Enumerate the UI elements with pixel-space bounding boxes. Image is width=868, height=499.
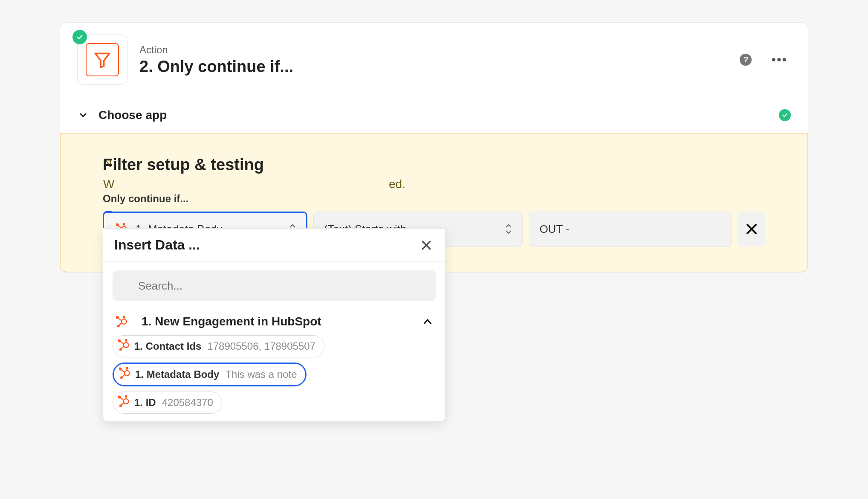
delete-condition-button[interactable]	[738, 212, 765, 247]
hubspot-icon	[114, 314, 130, 329]
step-label: Action	[139, 44, 293, 56]
dropdown-title: Insert Data ...	[114, 237, 200, 253]
svg-point-13	[118, 325, 119, 327]
pill-value: This was a note	[225, 368, 297, 380]
hubspot-icon	[118, 339, 130, 354]
data-pill[interactable]: 1. Contact Ids 178905506, 178905507	[113, 335, 324, 357]
svg-point-29	[119, 368, 122, 370]
svg-point-32	[125, 396, 127, 397]
svg-point-16	[124, 342, 129, 348]
svg-line-33	[121, 403, 124, 405]
content-area: N W ed. Filter setup & testing Only cont…	[60, 133, 808, 272]
chevron-down-icon	[77, 109, 89, 121]
svg-point-6	[116, 224, 119, 226]
more-icon[interactable]: •••	[771, 52, 787, 67]
svg-point-20	[120, 349, 122, 351]
pill-value: 420584370	[162, 397, 213, 409]
svg-line-26	[122, 374, 124, 377]
filter-value-input[interactable]: OUT -	[529, 212, 732, 247]
section-check-icon	[779, 109, 791, 121]
close-icon[interactable]	[419, 238, 434, 253]
insert-data-dropdown: Insert Data ...	[103, 228, 446, 422]
data-group-header[interactable]: 1. New Engagement in HubSpot	[103, 308, 445, 335]
svg-line-19	[121, 346, 124, 349]
hubspot-icon	[118, 395, 130, 410]
step-check-badge	[72, 30, 87, 44]
step-title: 2. Only continue if...	[139, 58, 293, 76]
svg-point-2	[123, 223, 125, 225]
section-title: Choose app	[98, 108, 167, 122]
action-card: Action 2. Only continue if... ? ••• Choo…	[60, 22, 808, 273]
help-icon[interactable]: ?	[740, 54, 752, 66]
svg-point-18	[125, 339, 127, 341]
search-input[interactable]	[113, 270, 436, 301]
filter-icon	[86, 43, 119, 76]
sort-icon	[505, 224, 512, 234]
data-pills: 1. Contact Ids 178905506, 178905507 1. M…	[103, 335, 445, 414]
svg-point-34	[120, 405, 122, 407]
svg-point-30	[124, 399, 129, 404]
svg-point-27	[121, 377, 122, 379]
condition-label: Only continue if...	[103, 193, 765, 205]
svg-point-9	[122, 319, 127, 324]
data-pill[interactable]: 1. ID 420584370	[113, 392, 222, 414]
card-header: Action 2. Only continue if... ? •••	[60, 23, 808, 97]
chevron-up-icon	[421, 315, 434, 328]
data-pill[interactable]: 1. Metadata Body This was a note	[113, 363, 307, 386]
pill-label: 1. Metadata Body	[135, 368, 219, 380]
svg-point-22	[119, 340, 121, 342]
svg-point-23	[124, 371, 130, 376]
svg-line-12	[119, 323, 122, 325]
pill-label: 1. Contact Ids	[134, 340, 201, 352]
group-title: 1. New Engagement in HubSpot	[142, 315, 321, 328]
content-title: Filter setup & testing	[103, 156, 765, 174]
pill-value: 178905506, 178905507	[207, 340, 315, 352]
hubspot-icon	[119, 367, 131, 382]
svg-point-15	[116, 316, 119, 319]
svg-point-11	[123, 316, 125, 318]
svg-point-36	[119, 396, 121, 398]
step-icon-box	[77, 35, 127, 85]
svg-point-25	[126, 368, 128, 369]
choose-app-section[interactable]: Choose app	[60, 97, 808, 133]
filter-value-text: OUT -	[539, 223, 569, 236]
pill-label: 1. ID	[134, 397, 156, 409]
